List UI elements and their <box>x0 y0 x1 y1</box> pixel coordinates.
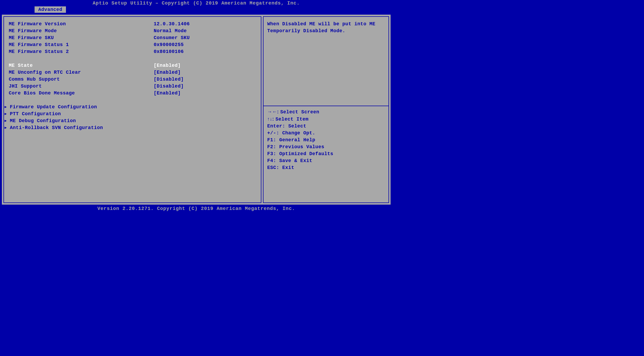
key-help-row: ↑↓: Select Item <box>267 115 385 123</box>
option-label: JHI Support <box>9 83 154 90</box>
info-label: ME Firmware Status 1 <box>9 41 154 48</box>
main-area: ME Firmware Version12.0.30.1406ME Firmwa… <box>1 14 391 205</box>
key-help-desc: Previous Values <box>279 144 324 150</box>
right-panel: When Disabled ME will be put into ME Tem… <box>263 16 389 203</box>
submenu-row[interactable]: ▶ME Debug Configuration <box>4 117 256 124</box>
info-value: 0x90000255 <box>154 41 256 48</box>
key-help-desc: Exit <box>282 165 294 170</box>
submenu-label: ME Debug Configuration <box>10 117 76 124</box>
option-label: Comms Hub Support <box>9 76 154 83</box>
info-row: ME Firmware Version12.0.30.1406 <box>9 20 256 27</box>
submenu-arrow-icon: ▶ <box>4 110 10 117</box>
submenu-row[interactable]: ▶PTT Configuration <box>4 110 256 117</box>
option-row[interactable]: Core Bios Done Message[Enabled] <box>9 90 256 97</box>
key-help-row: →←: Select Screen <box>267 108 385 115</box>
info-row: ME Firmware SKUConsumer SKU <box>9 34 256 41</box>
key-help-desc: Optimized Defaults <box>279 151 333 156</box>
option-value: [Enabled] <box>154 69 256 76</box>
option-value: [Disabled] <box>154 76 256 83</box>
key-help-desc: Select <box>288 123 306 129</box>
info-value: 12.0.30.1406 <box>154 20 256 27</box>
footer-text: Version 2.20.1271. Copyright (C) 2019 Am… <box>0 205 392 212</box>
key-help-desc: Save & Exit <box>279 158 312 163</box>
key-help-keys: +/-: <box>267 130 282 136</box>
key-help-desc: Change Opt. <box>282 130 315 136</box>
submenu-arrow-icon: ▶ <box>4 124 10 131</box>
help-section: When Disabled ME will be put into ME Tem… <box>267 20 385 106</box>
help-divider <box>264 106 388 106</box>
info-label: ME Firmware Mode <box>9 27 154 34</box>
key-help-row: F1: General Help <box>267 136 385 143</box>
option-label: ME State <box>9 62 154 69</box>
key-help-desc: General Help <box>279 137 315 143</box>
info-label: ME Firmware SKU <box>9 34 154 41</box>
key-help-row: F3: Optimized Defaults <box>267 150 385 157</box>
option-value: [Disabled] <box>154 83 256 90</box>
info-value: Normal Mode <box>154 27 256 34</box>
key-help-row: +/-: Change Opt. <box>267 130 385 136</box>
info-row: ME Firmware Status 20x80100106 <box>9 48 256 55</box>
info-label: ME Firmware Status 2 <box>9 48 154 55</box>
key-help-keys: F3: <box>267 151 279 156</box>
help-text: When Disabled ME will be put into ME Tem… <box>267 20 385 34</box>
key-help-keys: Enter: <box>267 123 288 129</box>
option-label: ME Unconfig on RTC Clear <box>9 69 154 76</box>
option-label: Core Bios Done Message <box>9 90 154 97</box>
submenu-row[interactable]: ▶Anti-Rollback SVN Configuration <box>4 124 256 131</box>
key-help-keys: F1: <box>267 137 279 143</box>
info-label: ME Firmware Version <box>9 20 154 27</box>
submenu-arrow-icon: ▶ <box>4 117 10 124</box>
info-value: 0x80100106 <box>154 48 256 55</box>
header-title: Aptio Setup Utility – Copyright (C) 2019… <box>0 0 392 6</box>
key-help-keys: ESC: <box>267 165 282 170</box>
submenu-label: Anti-Rollback SVN Configuration <box>10 124 103 131</box>
tab-bar: Advanced <box>0 6 392 14</box>
info-row: ME Firmware Status 10x90000255 <box>9 41 256 48</box>
key-help-row: ESC: Exit <box>267 164 385 171</box>
option-value: [Enabled] <box>154 62 256 69</box>
submenu-label: PTT Configuration <box>10 110 61 117</box>
key-help-keys: →←: <box>267 109 280 114</box>
key-help-desc: Select Screen <box>280 109 319 115</box>
tab-advanced[interactable]: Advanced <box>35 6 66 13</box>
option-value: [Enabled] <box>154 90 256 97</box>
key-help-desc: Select Item <box>275 117 308 122</box>
option-row[interactable]: ME State[Enabled] <box>9 62 256 69</box>
key-help-row: Enter: Select <box>267 123 385 130</box>
option-row[interactable]: ME Unconfig on RTC Clear[Enabled] <box>9 69 256 76</box>
submenu-arrow-icon: ▶ <box>4 104 10 110</box>
option-row[interactable]: Comms Hub Support[Disabled] <box>9 76 256 83</box>
submenu-label: Firmware Update Configuration <box>10 104 97 110</box>
left-panel: ME Firmware Version12.0.30.1406ME Firmwa… <box>3 16 261 203</box>
info-value: Consumer SKU <box>154 34 256 41</box>
key-help-keys: F2: <box>267 144 279 150</box>
submenu-row[interactable]: ▶Firmware Update Configuration <box>4 104 256 110</box>
key-help-keys: ↑↓: <box>267 116 275 122</box>
key-help-keys: F4: <box>267 158 279 163</box>
info-row: ME Firmware ModeNormal Mode <box>9 27 256 34</box>
key-help-row: F2: Previous Values <box>267 143 385 150</box>
key-help-row: F4: Save & Exit <box>267 157 385 164</box>
option-row[interactable]: JHI Support[Disabled] <box>9 83 256 90</box>
